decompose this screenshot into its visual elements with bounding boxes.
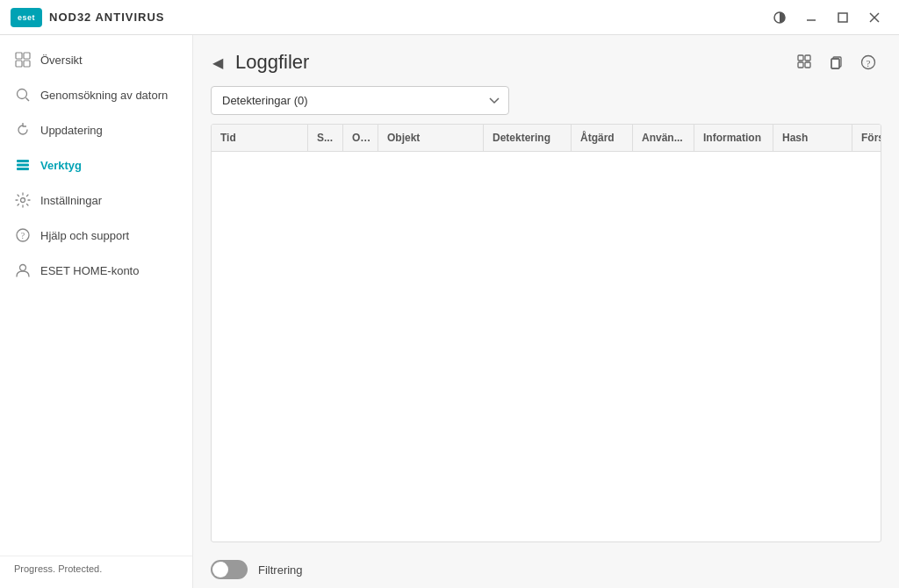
sidebar-item-verktyg[interactable]: Verktyg (0, 147, 192, 183)
sidebar-item-genomsokning[interactable]: Genomsökning av datorn (0, 77, 192, 112)
svg-point-14 (21, 198, 25, 203)
table-header: Tid S... O... Objekt Detektering Åtgärd … (212, 125, 881, 152)
col-header-hash: Hash (773, 125, 852, 151)
table-body (212, 152, 881, 541)
sidebar: Översikt Genomsökning av datorn Uppdater… (0, 35, 193, 588)
grid-icon (14, 51, 32, 68)
sidebar-item-hjalp[interactable]: ? Hjälp och support (0, 218, 192, 253)
svg-point-9 (18, 90, 27, 99)
sidebar-item-uppdatering[interactable]: Uppdatering (0, 112, 192, 147)
svg-rect-13 (17, 168, 29, 170)
col-header-s: S... (308, 125, 343, 151)
titlebar: eset NOD32 ANTIVIRUS (0, 0, 899, 35)
svg-rect-18 (798, 55, 803, 61)
svg-rect-6 (24, 53, 30, 59)
logo-text: eset (18, 13, 35, 22)
svg-rect-23 (831, 59, 839, 68)
main-layout: Översikt Genomsökning av datorn Uppdater… (0, 35, 899, 588)
eset-logo: eset (11, 8, 42, 27)
titlebar-left: eset NOD32 ANTIVIRUS (11, 8, 165, 27)
logo-box: eset (11, 8, 42, 27)
grid-view-button[interactable] (792, 49, 818, 75)
content-area: ◀ Loggfiler (193, 35, 899, 588)
help-icon: ? (14, 226, 32, 244)
maximize-icon (838, 12, 848, 23)
header-actions: ? (792, 49, 881, 75)
svg-rect-19 (805, 55, 810, 61)
status-bar: Progress. Protected. (0, 556, 192, 581)
svg-rect-2 (838, 13, 847, 22)
close-icon (869, 12, 880, 23)
col-header-objekt: Objekt (378, 125, 484, 151)
svg-rect-5 (16, 53, 22, 59)
copy-icon (829, 54, 845, 70)
log-type-dropdown[interactable]: Detekteringar (0) Händelser Genomsökning… (211, 86, 509, 115)
titlebar-controls (766, 5, 888, 30)
svg-text:?: ? (867, 58, 871, 68)
col-header-atgard: Åtgärd (572, 125, 633, 151)
scan-icon (14, 86, 32, 104)
contrast-icon (773, 11, 787, 25)
back-button[interactable]: ◀ (207, 53, 228, 73)
help-circle-icon: ? (860, 54, 876, 70)
status-text: Progress. Protected. (14, 563, 102, 574)
svg-rect-8 (24, 61, 30, 67)
svg-text:?: ? (21, 231, 25, 240)
minimize-button[interactable] (797, 5, 825, 30)
refresh-icon (14, 121, 32, 139)
minimize-icon (806, 12, 816, 23)
sidebar-item-label: Inställningar (40, 194, 102, 207)
sidebar-item-eset-home[interactable]: ESET HOME-konto (0, 253, 192, 288)
toggle-knob (212, 562, 228, 577)
col-header-fors: Förs... (852, 125, 881, 151)
svg-rect-21 (805, 62, 810, 68)
tools-icon (14, 156, 32, 174)
sidebar-item-label: Hjälp och support (40, 229, 129, 242)
col-header-anvand: Använ... (633, 125, 694, 151)
content-footer: Filtrering (193, 551, 899, 588)
sidebar-item-label: Uppdatering (40, 124, 103, 137)
svg-rect-11 (17, 160, 29, 162)
content-header: ◀ Loggfiler (193, 35, 899, 86)
svg-line-10 (26, 98, 30, 102)
account-icon (14, 262, 32, 279)
sidebar-item-label: Översikt (40, 54, 83, 67)
svg-rect-12 (17, 164, 29, 167)
svg-rect-7 (16, 61, 22, 67)
copy-button[interactable] (823, 49, 850, 75)
content-title-group: ◀ Loggfiler (207, 51, 309, 74)
svg-point-17 (20, 265, 26, 271)
col-header-tid: Tid (212, 125, 308, 151)
page-title: Loggfiler (235, 51, 309, 74)
app-title: NOD32 ANTIVIRUS (49, 11, 165, 24)
grid-view-icon (797, 54, 813, 70)
help-button[interactable]: ? (855, 49, 881, 75)
sidebar-item-label: Genomsökning av datorn (40, 89, 168, 102)
maximize-button[interactable] (829, 5, 857, 30)
sidebar-item-label: ESET HOME-konto (40, 264, 139, 277)
col-header-o: O... (343, 125, 378, 151)
settings-icon (14, 191, 32, 209)
filter-label: Filtrering (258, 563, 303, 577)
filter-toggle[interactable] (211, 560, 248, 579)
sidebar-item-oversikt[interactable]: Översikt (0, 42, 192, 77)
col-header-information: Information (694, 125, 773, 151)
log-table: Tid S... O... Objekt Detektering Åtgärd … (211, 124, 881, 542)
sidebar-item-installningar[interactable]: Inställningar (0, 183, 192, 218)
dropdown-wrapper: Detekteringar (0) Händelser Genomsökning… (193, 86, 899, 124)
col-header-detektering: Detektering (484, 125, 572, 151)
contrast-button[interactable] (766, 5, 794, 30)
sidebar-item-label: Verktyg (40, 159, 82, 172)
svg-rect-20 (798, 62, 803, 68)
close-button[interactable] (860, 5, 888, 30)
